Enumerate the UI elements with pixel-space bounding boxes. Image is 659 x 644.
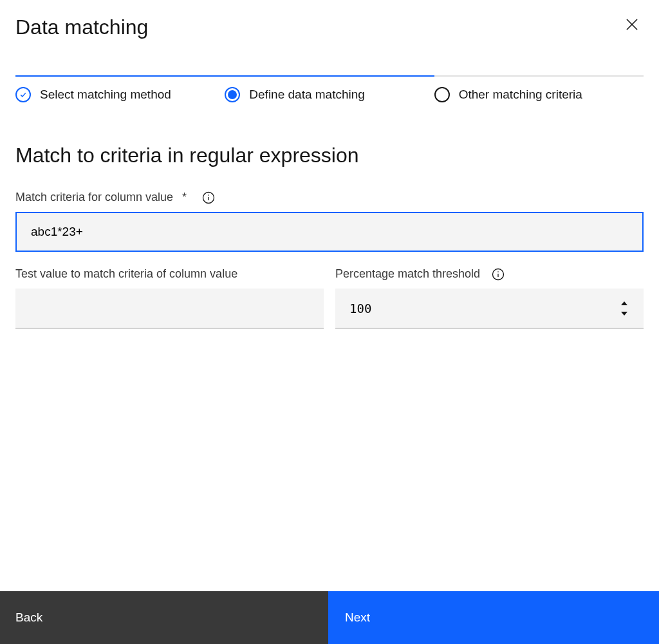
test-value-input[interactable] — [15, 289, 324, 328]
incomplete-step-icon — [434, 87, 450, 102]
match-criteria-field-group: Match criteria for column value * — [15, 191, 644, 252]
checkmark-icon — [15, 87, 31, 102]
match-criteria-input[interactable] — [15, 212, 644, 252]
threshold-input[interactable] — [335, 289, 644, 328]
threshold-field-group: Percentage match threshold — [335, 267, 644, 328]
step-label: Define data matching — [249, 88, 365, 102]
info-icon[interactable] — [202, 191, 215, 204]
close-icon — [624, 17, 640, 34]
section-title: Match to criteria in regular expression — [15, 144, 644, 167]
info-icon[interactable] — [492, 268, 505, 281]
caret-down-icon — [620, 311, 628, 316]
current-step-icon — [225, 87, 240, 102]
stepper-down-button[interactable] — [617, 309, 632, 318]
step-label: Select matching method — [40, 88, 171, 102]
threshold-number-wrap — [335, 289, 644, 328]
threshold-label-row: Percentage match threshold — [335, 267, 644, 281]
svg-marker-9 — [621, 312, 627, 316]
back-button[interactable]: Back — [0, 591, 328, 644]
progress-bar — [0, 75, 659, 77]
required-marker: * — [182, 191, 187, 204]
secondary-fields-row: Test value to match criteria of column v… — [15, 267, 644, 328]
caret-up-icon — [620, 301, 628, 306]
step-select-matching-method[interactable]: Select matching method — [15, 87, 225, 102]
data-matching-dialog: Data matching Select matching method Def… — [0, 0, 659, 644]
test-value-label: Test value to match criteria of column v… — [15, 267, 237, 281]
next-button[interactable]: Next — [328, 591, 659, 644]
stepper-up-button[interactable] — [617, 299, 632, 308]
progress-fill — [15, 75, 434, 77]
step-other-matching-criteria[interactable]: Other matching criteria — [434, 87, 644, 102]
dialog-title: Data matching — [15, 15, 148, 39]
dialog-content: Match to criteria in regular expression … — [0, 144, 659, 328]
match-criteria-label-row: Match criteria for column value * — [15, 191, 644, 204]
step-label: Other matching criteria — [459, 88, 582, 102]
progress-steps: Select matching method Define data match… — [0, 87, 659, 102]
close-button[interactable] — [620, 13, 644, 38]
test-value-label-row: Test value to match criteria of column v… — [15, 267, 324, 281]
test-value-field-group: Test value to match criteria of column v… — [15, 267, 324, 328]
progress-track — [15, 75, 644, 77]
threshold-label: Percentage match threshold — [335, 267, 480, 281]
svg-marker-8 — [621, 301, 627, 305]
step-define-data-matching[interactable]: Define data matching — [225, 87, 434, 102]
match-criteria-label: Match criteria for column value — [15, 191, 173, 204]
svg-point-7 — [497, 271, 499, 272]
svg-point-4 — [208, 194, 209, 196]
dialog-footer: Back Next — [0, 591, 659, 644]
number-stepper — [617, 289, 632, 328]
dialog-header: Data matching — [0, 0, 659, 39]
